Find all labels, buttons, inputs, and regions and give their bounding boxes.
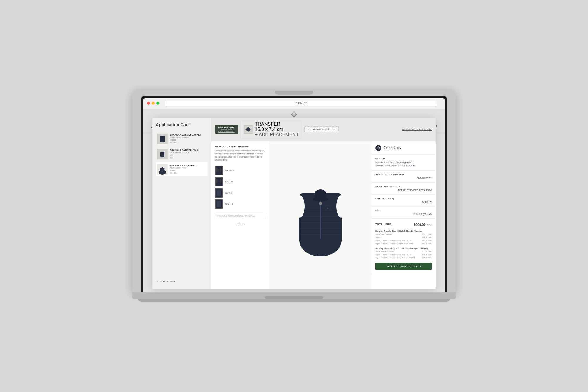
- application-method-section: APPLICATION METHOD EMBROIDERY: [371, 171, 436, 183]
- svg-point-48: [315, 189, 326, 198]
- thumbnail-front[interactable]: FRONT 1: [215, 166, 266, 175]
- tab-embroidery-label: EMBROIDERY: [218, 126, 235, 129]
- thumbnail-front-img: [215, 166, 223, 175]
- thumbnail-back-label: BACK 0: [225, 181, 233, 183]
- breakdown-item-0-2: 40pcs - 199-600 - Skanska Milan Vest FRO…: [375, 239, 432, 242]
- cart-title: Application Cart: [156, 122, 208, 127]
- thumbnail-left-label: LEFT 0: [225, 192, 232, 194]
- product-preview-area: ⊗: [270, 141, 371, 289]
- svg-rect-16: [161, 152, 164, 153]
- address-text: INKECO: [295, 101, 307, 105]
- zoom-controls: + −: [215, 221, 266, 226]
- cart-content: PRODUCTON INFORMATION Lorem ipsum dolor …: [211, 141, 436, 289]
- total-sum-section: TOTAL SUM 9000,00 SEK Berkeley Transfer …: [371, 219, 436, 273]
- printing-instructions-field[interactable]: PRINTING INSTRUCTIONS (OPTIONAL): [215, 213, 266, 219]
- total-sum-amount: 9000,00: [414, 223, 426, 226]
- name-application-value: BERKELEY EMBROIDERY 10CM: [375, 189, 432, 191]
- download-corrections-btn[interactable]: DOWNLOAD CORRECTIONS: [402, 126, 432, 133]
- cart-item-img-2: [157, 164, 168, 175]
- thumbnail-front-label: FRONT 1: [225, 169, 234, 171]
- thumbnail-left[interactable]: LEFT 0: [215, 188, 266, 198]
- breakdown-item-1-1: 40pcs - 199-600 - Skanska Milan Vest FRO…: [375, 253, 432, 256]
- tab-transfer-link[interactable]: + ADD PLACEMENT: [255, 132, 299, 137]
- add-application-button[interactable]: + + ADD APPLICATION: [304, 126, 339, 132]
- tab-transfer[interactable]: TRANSFER 15,0 x 7,4 cm + ADD PLACEMENT: [240, 120, 302, 139]
- thumbnail-right-label: RIGHT 0: [225, 203, 233, 205]
- cart-main: EMBROIDERY 15,0 x 5,2 cm + ADD PLACEMENT: [211, 118, 436, 289]
- svg-point-45: [295, 195, 305, 218]
- svg-point-31: [216, 179, 218, 183]
- breakdown-subtitle-0: Berkeley Transfer Size - 15,0x5,2 (52cm2…: [375, 229, 432, 233]
- name-application-section: NAME APPLICATION BERKELEY EMBROIDERY 10C…: [371, 183, 436, 195]
- size-title: SIZE: [375, 210, 432, 212]
- thumbnail-right-img: [215, 199, 223, 209]
- address-bar: INKECO: [165, 100, 437, 106]
- cart-item-2[interactable]: SKANSKA MILAN VEST MILAN VEST - NAVY#513…: [156, 162, 208, 176]
- svg-point-46: [336, 195, 346, 218]
- tab-embroidery[interactable]: EMBROIDERY 15,0 x 5,2 cm + ADD PLACEMENT: [215, 125, 238, 134]
- browser-minimize[interactable]: [152, 102, 155, 105]
- details-brand: Embroidery: [384, 146, 402, 149]
- zoom-out-icon[interactable]: −: [242, 221, 244, 226]
- breakdown-item-1-2: 40pcs - 199-600 - Skanska Carmel Jacket …: [375, 256, 432, 260]
- colors-value: BLACK C: [375, 201, 432, 203]
- used-in-link-0[interactable]: FRONT: [405, 161, 412, 164]
- transfer-preview: [244, 125, 253, 134]
- cart-tabs: EMBROIDERY 15,0 x 5,2 cm + ADD PLACEMENT: [211, 118, 436, 141]
- name-application-title: NAME APPLICATION: [375, 186, 432, 188]
- total-sum-currency: SEK: [427, 224, 432, 226]
- svg-point-26: [216, 168, 218, 172]
- add-item-button[interactable]: + + ADD ITEM: [156, 278, 208, 285]
- tab-embroidery-link[interactable]: + ADD PLACEMENT: [218, 131, 235, 132]
- thumbnail-back[interactable]: BACK 0: [215, 177, 266, 186]
- cart-item-1[interactable]: SKANSKA CAMDEN POLO CAMDEN POLO - NAVY#8…: [156, 147, 208, 161]
- cart-item-0[interactable]: SKANSKA CARMEL JACKET PANEL JACKET - NAV…: [156, 132, 208, 146]
- svg-point-50: [319, 202, 322, 205]
- thumbnail-right[interactable]: RIGHT 0: [215, 199, 266, 209]
- add-item-label: + ADD ITEM: [160, 280, 175, 283]
- thumbnail-back-img: [215, 177, 223, 186]
- zoom-in-icon[interactable]: +: [237, 221, 239, 226]
- tab-transfer-size: 15,0 x 7,4 cm: [255, 127, 299, 132]
- product-info-title: PRODUCTON INFORMATION: [215, 146, 266, 148]
- details-logo: [375, 145, 381, 151]
- svg-rect-49: [320, 201, 321, 239]
- svg-point-27: [220, 168, 222, 172]
- product-info-body: Lorem ipsum dolor sit amet, consectetur …: [215, 149, 266, 162]
- application-method-title: APPLICATION METHOD: [375, 174, 432, 176]
- plus-icon: +: [157, 280, 158, 283]
- used-in-item-1: Skanska Carmel Jacket, 2213, 600 | BACK: [375, 164, 432, 167]
- cart-item-name-2: SKANSKA MILAN VEST: [170, 164, 206, 167]
- colors-title: COLORS (PMS): [375, 198, 432, 200]
- used-in-title: USED IN: [375, 158, 432, 160]
- used-in-link-1[interactable]: BACK: [409, 165, 415, 167]
- breakdown-item-1-0: Sport Club - Embroidery201,50 SEK: [375, 250, 432, 253]
- laptop-foot: [138, 299, 450, 302]
- breakdown-item-0-1: Sewing990,00 SEK: [375, 236, 432, 239]
- svg-text:⊗: ⊗: [327, 207, 329, 210]
- save-cart-button[interactable]: SAVE APPLICATION CART: [375, 263, 432, 270]
- cart-item-img-0: [157, 134, 168, 144]
- application-method-value: EMBROIDERY: [375, 177, 432, 179]
- size-section: SIZE 10,0 x 5,2 (52 cm2): [371, 207, 436, 219]
- breakdown-subtitle-1: Berkeley Embroidery Size - 15,0x5,2 (52c…: [375, 247, 432, 250]
- browser-maximize[interactable]: [156, 102, 159, 105]
- tab-transfer-label: TRANSFER: [255, 121, 299, 127]
- svg-point-22: [164, 167, 167, 171]
- colors-section: COLORS (PMS) BLACK C: [371, 195, 436, 207]
- size-value: 10,0 x 5,2 (52 cm2): [375, 213, 432, 216]
- application-cart-modal: Application Cart: [152, 118, 436, 289]
- cart-sidebar: Application Cart: [152, 118, 211, 289]
- used-in-item-0: Skanska Milan Vest, 1748, 600 | FRONT: [375, 161, 432, 164]
- browser-close[interactable]: [147, 102, 150, 105]
- content-details-panel: Embroidery USED IN Skanska Milan Vest, 1…: [371, 141, 436, 289]
- laptop-base: [132, 292, 456, 299]
- breakdown-item-0-3: 40pcs - 199-600 - Skanska Carmel Jacket …: [375, 242, 432, 246]
- svg-rect-34: [217, 190, 221, 196]
- cart-item-img-1: [157, 149, 168, 159]
- svg-rect-36: [217, 201, 221, 207]
- svg-point-32: [220, 179, 222, 183]
- breakdown-item-0-0: Sport Club - Transfer202,10 SEK: [375, 233, 432, 236]
- thumbnail-left-img: [215, 188, 223, 198]
- view-thumbnails: FRONT 1: [215, 166, 266, 209]
